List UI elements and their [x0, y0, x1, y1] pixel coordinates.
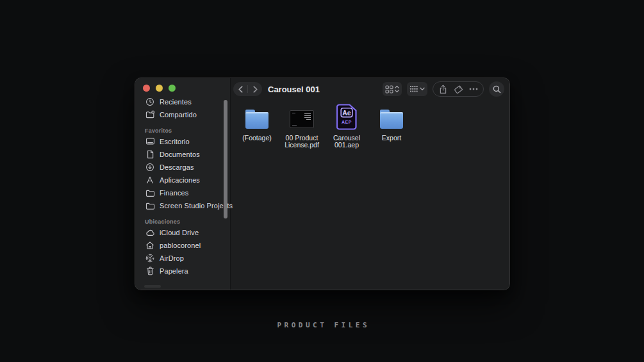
toolbar: Carousel 001 — [231, 78, 509, 97]
sidebar-item-airdrop[interactable]: AirDrop — [142, 252, 226, 265]
chevron-right-icon — [254, 86, 257, 92]
file-label: 00 Product License.pdf — [281, 135, 323, 149]
view-options-button[interactable] — [383, 82, 402, 96]
chevron-down-icon — [420, 87, 425, 91]
sidebar-item-label: Documentos — [160, 151, 200, 158]
actions-group — [433, 81, 484, 97]
sidebar-scrollbar[interactable] — [224, 100, 227, 218]
shared-folder-icon — [145, 110, 155, 120]
cloud-icon — [145, 227, 155, 238]
blue-folder-icon — [245, 112, 268, 129]
sidebar-list: RecientesCompartidoFavoritosEscritorioDo… — [135, 92, 230, 277]
sidebar-item-label: Aplicaciones — [160, 176, 200, 184]
navigation-buttons — [233, 82, 262, 96]
sidebar-section-ubicaciones: Ubicaciones — [145, 218, 226, 225]
sidebar-item-label: Finances — [160, 189, 188, 197]
file-footage[interactable]: (Footage) — [235, 102, 279, 142]
sidebar-item-recientes[interactable]: Recientes — [142, 95, 226, 108]
sidebar-item-label: Descargas — [160, 163, 194, 171]
file-grid: (Footage)00 Product License.pdf Ae AEP C… — [231, 97, 509, 290]
document-icon — [145, 149, 155, 160]
applications-icon — [145, 175, 155, 185]
download-circle-icon — [145, 162, 155, 172]
sidebar-item-descargas[interactable]: Descargas — [142, 161, 226, 174]
file-label: (Footage) — [242, 135, 272, 142]
folder-outline-icon — [145, 201, 155, 211]
file-00-product-license-pdf[interactable]: 00 Product License.pdf — [279, 102, 324, 149]
sidebar-item-icloud-drive[interactable]: iCloud Drive — [142, 226, 226, 239]
sidebar-item-label: pablocoronel — [160, 242, 201, 249]
more-options-button[interactable] — [466, 82, 481, 96]
ellipsis-icon — [469, 88, 478, 90]
finder-window: RecientesCompartidoFavoritosEscritorioDo… — [135, 78, 510, 290]
sidebar-item-label: iCloud Drive — [160, 229, 199, 236]
caption-product-files: PRODUCT FILES — [0, 321, 644, 329]
sidebar-item-label: Papelera — [160, 267, 188, 275]
home-icon — [145, 240, 155, 251]
sidebar-item-documentos[interactable]: Documentos — [142, 148, 226, 161]
folder-outline-icon — [145, 188, 155, 198]
share-button[interactable] — [435, 82, 450, 96]
tags-button[interactable] — [450, 82, 466, 96]
svg-text:Ae: Ae — [342, 109, 351, 117]
sidebar-section-favoritos: Favoritos — [145, 128, 226, 134]
sidebar-item-screen-studio-projects[interactable]: Screen Studio Projects — [142, 199, 226, 212]
file-label: Export — [382, 135, 401, 142]
sidebar-item-label: Screen Studio Projects — [160, 202, 233, 210]
sidebar-item-compartido[interactable]: Compartido — [142, 108, 226, 121]
grid-view-icon — [385, 85, 393, 94]
sidebar-item-escritorio[interactable]: Escritorio — [142, 135, 226, 148]
desktop-icon — [145, 136, 155, 147]
window-title: Carousel 001 — [268, 85, 320, 94]
svg-text:AEP: AEP — [342, 120, 352, 124]
window-controls — [135, 78, 230, 92]
group-list-icon — [409, 85, 418, 93]
sidebar-item-papelera[interactable]: Papelera — [142, 265, 226, 277]
sidebar-item-label: Escritorio — [160, 138, 190, 145]
sidebar: RecientesCompartidoFavoritosEscritorioDo… — [135, 78, 231, 290]
search-icon — [493, 85, 501, 94]
toolbar-right — [383, 81, 504, 97]
pdf-thumbnail-icon — [290, 110, 314, 128]
sidebar-item-aplicaciones[interactable]: Aplicaciones — [142, 174, 226, 186]
trash-icon — [145, 266, 155, 276]
zoom-window-button[interactable] — [169, 85, 176, 92]
file-carousel-001-aep[interactable]: Ae AEP Carousel 001.aep — [324, 102, 369, 149]
group-by-button[interactable] — [407, 82, 427, 96]
blue-folder-icon — [380, 112, 403, 129]
forward-button[interactable] — [248, 82, 262, 96]
tag-icon — [454, 85, 463, 94]
file-label: Carousel 001.aep — [326, 135, 368, 149]
share-icon — [439, 85, 447, 94]
main-pane: Carousel 001 — [231, 78, 509, 290]
close-window-button[interactable] — [143, 85, 150, 92]
sidebar-cutoff-row — [144, 285, 161, 288]
minimize-window-button[interactable] — [156, 85, 163, 92]
sidebar-item-label: Compartido — [160, 111, 197, 119]
sidebar-item-finances[interactable]: Finances — [142, 186, 226, 199]
clock-icon — [145, 97, 155, 107]
search-button[interactable] — [489, 81, 504, 97]
up-down-chevrons-icon — [395, 85, 399, 93]
back-button[interactable] — [233, 82, 247, 96]
airdrop-icon — [145, 253, 155, 263]
sidebar-item-label: AirDrop — [160, 254, 184, 262]
file-export[interactable]: Export — [369, 102, 414, 142]
after-effects-file-icon: Ae AEP — [336, 104, 357, 130]
sidebar-item-pablocoronel[interactable]: pablocoronel — [142, 239, 226, 252]
chevron-left-icon — [239, 86, 242, 92]
sidebar-item-label: Recientes — [160, 98, 192, 106]
